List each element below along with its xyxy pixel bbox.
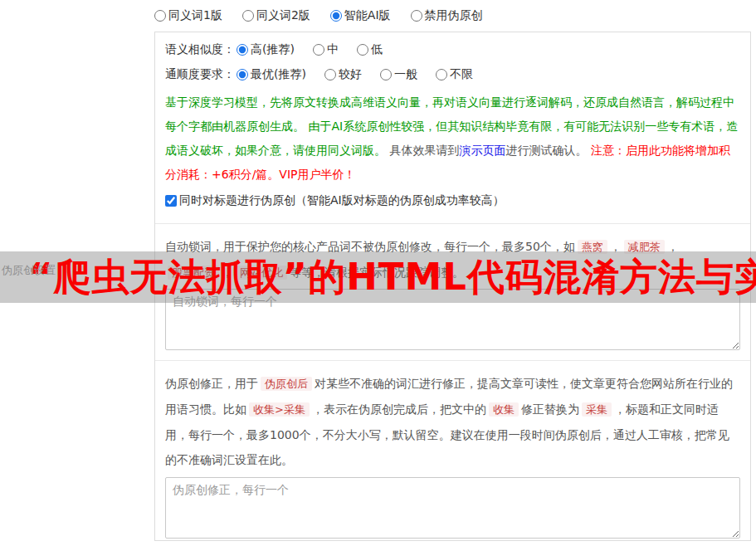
radio-option-smart-ai[interactable]: 智能AI版	[330, 8, 391, 23]
pseudo-original-settings-label: 伪原创设置	[2, 263, 56, 278]
radio-label: 较好	[339, 67, 362, 82]
radio-input-disable[interactable]	[411, 10, 422, 22]
radio-option-similarity-mid[interactable]: 中	[313, 42, 339, 57]
radio-label: 高(推荐)	[251, 42, 295, 57]
fix-example-word: 收集>采集	[249, 402, 310, 417]
radio-option-fluency-any[interactable]: 不限	[436, 67, 473, 82]
section-divider	[155, 223, 750, 224]
radio-label: 智能AI版	[344, 8, 391, 23]
radio-input-fluency-normal[interactable]	[380, 69, 392, 80]
title-pseudo-original-checkbox-row[interactable]: 同时对标题进行伪原创（智能AI版对标题的伪原创成功率较高）	[165, 188, 740, 213]
fix-example-word: 收集	[489, 402, 519, 417]
fix-text: 伪原创修正，用于	[165, 377, 258, 390]
radio-input-fluency-any[interactable]	[436, 69, 447, 80]
radio-option-fluency-normal[interactable]: 一般	[380, 67, 417, 82]
radio-option-similarity-low[interactable]: 低	[357, 42, 383, 57]
title-pseudo-original-checkbox[interactable]	[165, 195, 177, 207]
fluency-row: 通顺度要求： 最优(推荐) 较好 一般 不限	[165, 62, 740, 87]
radio-label: 同义词1版	[168, 8, 222, 23]
radio-input-similarity-high[interactable]	[237, 44, 248, 56]
ai-description-paragraph: 基于深度学习模型，先将原文转换成高维语义向量，再对语义向量进行逐词解码，还原成自…	[165, 90, 740, 187]
radio-input-similarity-low[interactable]	[357, 44, 368, 56]
watermark-text: “爬虫无法抓取”的HTML代码混淆方法与实	[28, 251, 756, 303]
semantic-similarity-row: 语义相似度： 高(推荐) 中 低	[165, 37, 740, 62]
radio-option-fluency-good[interactable]: 较好	[324, 67, 362, 82]
radio-input-similarity-mid[interactable]	[313, 44, 324, 56]
radio-label: 中	[327, 42, 339, 57]
radio-input-fluency-best[interactable]	[237, 69, 248, 80]
title-pseudo-original-checkbox-label: 同时对标题进行伪原创（智能AI版对标题的伪原创成功率较高）	[179, 193, 505, 208]
fix-example-word: 采集	[582, 402, 612, 417]
demo-page-link[interactable]: 演示页面	[459, 144, 505, 157]
radio-option-synonym-v1[interactable]: 同义词1版	[154, 8, 222, 23]
fix-example-word: 伪原创后	[261, 377, 312, 391]
radio-input-synonym-v2[interactable]	[242, 10, 254, 22]
fix-text: ，表示在伪原创完成后，把文中的	[312, 402, 486, 416]
correction-paragraph: 伪原创修正，用于伪原创后对某些不准确的词汇进行修正，提高文章可读性，使文章更符合…	[165, 371, 740, 472]
radio-label: 禁用伪原创	[425, 8, 483, 23]
fluency-label: 通顺度要求：	[165, 67, 235, 82]
radio-label: 一般	[394, 67, 417, 82]
radio-input-fluency-good[interactable]	[324, 69, 336, 80]
ai-desc-gray-1: 具体效果请到	[389, 144, 459, 157]
fix-text: 修正替换为	[521, 402, 579, 416]
radio-label: 同义词2版	[256, 8, 310, 23]
radio-input-synonym-v1[interactable]	[154, 10, 166, 22]
semantic-similarity-label: 语义相似度：	[165, 42, 235, 57]
radio-option-fluency-best[interactable]: 最优(推荐)	[237, 67, 306, 82]
radio-option-similarity-high[interactable]: 高(推荐)	[237, 42, 295, 57]
correction-textarea[interactable]	[165, 477, 740, 539]
radio-option-disable[interactable]: 禁用伪原创	[411, 8, 483, 23]
radio-label: 低	[371, 42, 383, 57]
pseudo-original-version-group: 同义词1版 同义词2版 智能AI版 禁用伪原创	[154, 8, 503, 23]
radio-option-synonym-v2[interactable]: 同义词2版	[242, 8, 310, 23]
ai-desc-gray-2: 进行测试确认。	[505, 144, 590, 157]
radio-label: 不限	[450, 67, 473, 82]
section-divider	[155, 360, 750, 361]
radio-label: 最优(推荐)	[251, 67, 306, 82]
radio-input-smart-ai[interactable]	[330, 10, 342, 22]
